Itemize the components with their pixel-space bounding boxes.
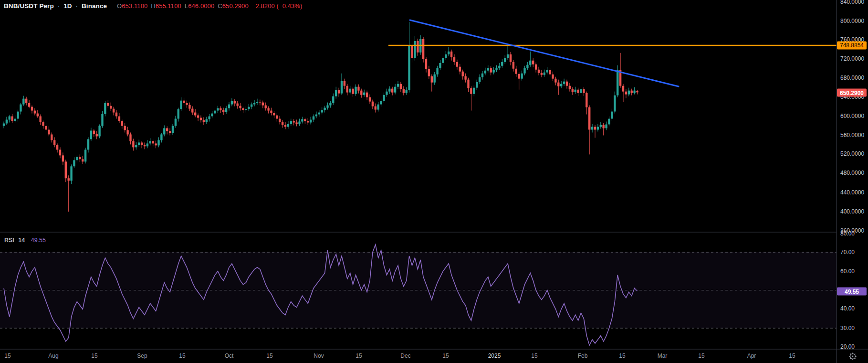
- candle-body: [194, 113, 196, 116]
- change-value: −2.8200 (−0.43%): [252, 2, 303, 10]
- candle-body: [439, 63, 441, 68]
- candle-body: [344, 81, 345, 86]
- candle-body: [473, 88, 475, 94]
- candle-body: [132, 141, 134, 147]
- candle-body: [388, 89, 390, 92]
- candle-body: [138, 142, 140, 145]
- candle-body: [377, 105, 379, 110]
- price-axis-label: 840.0000: [840, 0, 864, 5]
- candle-body: [588, 107, 590, 130]
- candle-body: [113, 109, 115, 113]
- interval-label[interactable]: 1D: [63, 2, 72, 10]
- candle-body: [464, 76, 466, 80]
- candle-body: [256, 102, 258, 103]
- candle-body: [11, 117, 13, 121]
- candles-layer: [3, 22, 638, 212]
- candle-body: [369, 97, 371, 102]
- candle-body: [211, 114, 213, 117]
- candle-body: [600, 125, 602, 127]
- price-axis-label: 680.0000: [840, 75, 864, 81]
- candle-body: [321, 110, 323, 113]
- candle-body: [200, 118, 202, 120]
- time-axis-settings-button[interactable]: [837, 350, 868, 363]
- chart-canvas: [0, 0, 868, 363]
- time-axis-label: 15: [179, 352, 185, 359]
- candle-body: [191, 109, 193, 113]
- candle-body: [453, 57, 455, 62]
- candle-body: [118, 117, 120, 121]
- candle-body: [279, 119, 281, 122]
- candle-body: [594, 127, 596, 129]
- candle-body: [479, 77, 481, 82]
- candle-body: [135, 145, 137, 147]
- candle-body: [220, 108, 221, 110]
- time-axis-label: 15: [531, 352, 537, 359]
- candle-body: [408, 45, 410, 90]
- last-price-badge: 650.2900: [837, 89, 867, 97]
- candle-body: [510, 54, 512, 62]
- candle-body: [611, 112, 613, 119]
- candle-body: [20, 105, 21, 112]
- candle-body: [575, 90, 576, 92]
- candle-body: [287, 124, 289, 127]
- candle-body: [487, 68, 489, 71]
- candle-body: [42, 122, 44, 126]
- close-value: 650.2900: [222, 2, 249, 10]
- candle-body: [586, 93, 587, 107]
- candle-body: [422, 39, 424, 59]
- candle-body: [515, 69, 517, 74]
- candle-body: [9, 117, 10, 120]
- candle-body: [310, 120, 312, 123]
- candle-body: [96, 134, 98, 136]
- candle-body: [521, 74, 523, 79]
- candle-body: [476, 82, 478, 88]
- candle-body: [273, 113, 275, 116]
- candle-body: [532, 61, 534, 64]
- candle-body: [70, 166, 72, 181]
- candle-body: [546, 70, 548, 73]
- symbol-name[interactable]: BNB/USDT Perp: [4, 2, 54, 10]
- candle-body: [144, 145, 146, 146]
- candle-body: [504, 58, 506, 62]
- candle-body: [90, 130, 92, 139]
- candle-body: [82, 159, 84, 161]
- candle-body: [625, 92, 627, 95]
- candle-body: [31, 107, 33, 111]
- price-axis-label: 720.0000: [840, 55, 864, 62]
- price-axis-label: 560.0000: [840, 132, 864, 139]
- gear-icon: [848, 352, 857, 361]
- candle-body: [569, 86, 571, 89]
- price-axis-label: 40.00: [840, 305, 855, 312]
- ohlc-readout: O653.1100H655.1100L646.0000C650.2900−2.8…: [114, 2, 302, 10]
- candle-body: [115, 113, 117, 117]
- candle-body: [360, 91, 362, 95]
- candle-body: [445, 54, 447, 58]
- time-axis-label: Dec: [400, 352, 410, 359]
- rsi-indicator-label[interactable]: RSI 14 49.55: [4, 237, 46, 244]
- candle-body: [228, 105, 230, 108]
- gear-tooth: [850, 358, 851, 359]
- candle-body: [554, 79, 556, 83]
- candle-body: [375, 107, 376, 110]
- price-axis-label: 20.00: [840, 343, 855, 350]
- candle-body: [560, 84, 562, 86]
- candle-body: [346, 86, 348, 93]
- candle-body: [265, 106, 267, 108]
- candle-body: [552, 75, 554, 79]
- candle-body: [341, 81, 343, 94]
- price-axis-label: 400.0000: [840, 208, 864, 215]
- candle-body: [391, 89, 393, 93]
- candle-body: [84, 149, 86, 161]
- candle-body: [335, 90, 337, 96]
- candle-body: [394, 87, 396, 93]
- candle-body: [126, 130, 128, 134]
- time-axis-label: Aug: [48, 352, 58, 359]
- time-axis-label: Sep: [137, 352, 147, 359]
- candle-body: [149, 141, 151, 143]
- candle-body: [290, 121, 292, 124]
- candle-body: [538, 70, 540, 73]
- candle-body: [549, 70, 551, 75]
- candle-body: [434, 75, 436, 83]
- candle-body: [495, 68, 497, 70]
- candle-body: [352, 89, 354, 94]
